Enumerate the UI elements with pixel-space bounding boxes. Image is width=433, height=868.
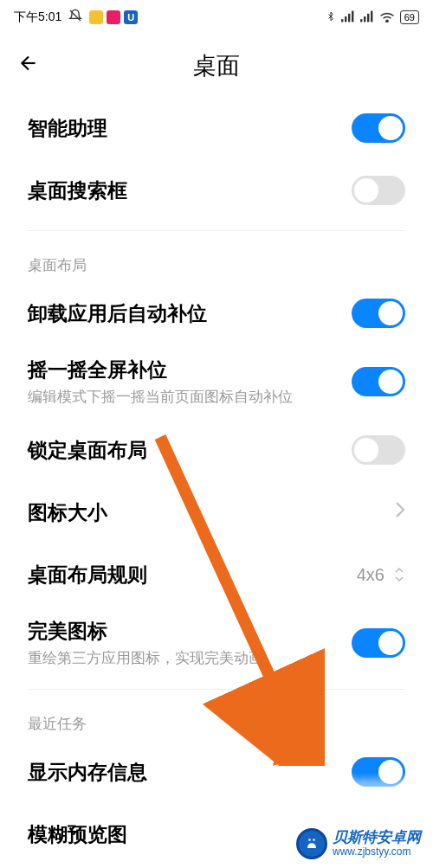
watermark: 贝斯特安卓网 www.zjbstyy.com — [284, 820, 433, 868]
row-layout-rule[interactable]: 桌面布局规则 4x6 — [28, 543, 405, 606]
toggle-search-box[interactable] — [352, 176, 405, 205]
row-sublabel: 重绘第三方应用图标，实现完美动画 — [28, 648, 352, 668]
page-header: 桌面 — [0, 35, 433, 97]
row-label: 桌面搜索框 — [28, 177, 352, 204]
watermark-logo-icon — [296, 828, 327, 859]
toggle-smart-assistant[interactable] — [352, 113, 405, 143]
toggle-auto-fill[interactable] — [352, 299, 405, 328]
row-label: 锁定桌面布局 — [28, 437, 352, 464]
svg-rect-8 — [371, 10, 372, 22]
row-label: 图标大小 — [28, 499, 395, 526]
toggle-shake-fill[interactable] — [352, 367, 405, 396]
wifi-icon — [379, 10, 395, 25]
app-icon-pink — [107, 10, 120, 24]
row-perfect-icon[interactable]: 完美图标 重绘第三方应用图标，实现完美动画 — [28, 606, 405, 680]
section-label-recent: 最近任务 — [28, 690, 405, 741]
status-right: 69 — [326, 10, 419, 26]
svg-point-9 — [386, 20, 388, 22]
signal-icon-2 — [360, 10, 374, 25]
svg-rect-1 — [341, 19, 343, 22]
row-label: 摇一摇全屏补位 — [28, 357, 352, 383]
svg-rect-3 — [348, 13, 350, 22]
status-time: 下午5:01 — [14, 10, 61, 25]
watermark-url: www.zjbstyy.com — [333, 846, 421, 858]
status-bar: 下午5:01 U 69 — [0, 0, 433, 35]
page-title: 桌面 — [193, 50, 240, 81]
watermark-title: 贝斯特安卓网 — [333, 830, 421, 846]
chevron-right-icon — [395, 501, 405, 524]
svg-rect-7 — [367, 13, 369, 22]
battery-indicator: 69 — [400, 10, 419, 24]
svg-rect-4 — [352, 10, 353, 22]
stepper-icon[interactable] — [393, 565, 405, 584]
section-label-layout: 桌面布局 — [28, 231, 405, 282]
row-label: 桌面布局规则 — [28, 562, 357, 588]
row-auto-fill[interactable]: 卸载应用后自动补位 — [28, 282, 405, 344]
dnd-icon — [68, 9, 82, 26]
row-smart-assistant[interactable]: 智能助理 — [28, 97, 405, 159]
app-icon-blue: U — [124, 10, 138, 24]
row-sublabel: 编辑模式下摇一摇当前页面图标自动补位 — [28, 387, 352, 407]
row-label: 显示内存信息 — [28, 759, 352, 786]
back-button[interactable] — [17, 52, 40, 80]
bluetooth-icon — [326, 10, 336, 26]
status-left: 下午5:01 U — [14, 9, 138, 26]
toggle-perfect-icon[interactable] — [352, 628, 405, 658]
svg-rect-2 — [345, 16, 346, 22]
row-lock-layout[interactable]: 锁定桌面布局 — [28, 419, 405, 481]
svg-rect-6 — [364, 16, 365, 22]
toggle-lock-layout[interactable] — [352, 435, 405, 465]
layout-rule-value: 4x6 — [357, 565, 385, 585]
row-search-box[interactable]: 桌面搜索框 — [28, 159, 405, 222]
row-label: 卸载应用后自动补位 — [28, 300, 352, 327]
row-icon-size[interactable]: 图标大小 — [28, 481, 405, 543]
row-label: 智能助理 — [28, 115, 352, 142]
row-label: 完美图标 — [28, 618, 352, 645]
signal-icon-1 — [341, 10, 355, 25]
svg-rect-5 — [360, 19, 362, 22]
status-app-icons: U — [89, 10, 138, 24]
row-shake-fill[interactable]: 摇一摇全屏补位 编辑模式下摇一摇当前页面图标自动补位 — [28, 344, 405, 419]
app-icon-yellow — [89, 10, 103, 24]
